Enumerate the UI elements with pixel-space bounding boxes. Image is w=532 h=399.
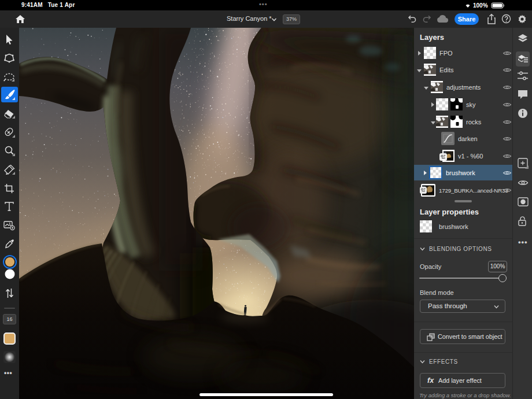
svg-text:100%: 100% xyxy=(473,2,488,9)
